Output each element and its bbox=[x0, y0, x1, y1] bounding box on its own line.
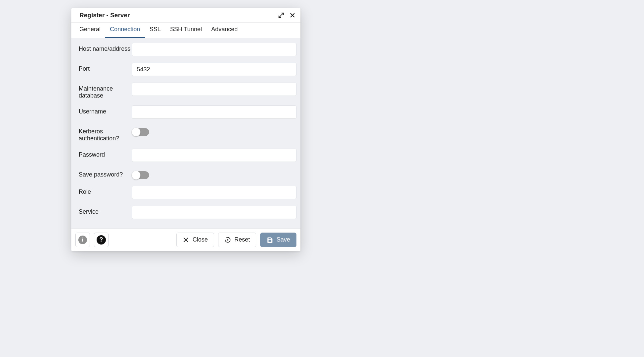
savepw-toggle[interactable] bbox=[132, 171, 149, 179]
row-host: Host name/address bbox=[79, 43, 296, 56]
save-button-label: Save bbox=[277, 236, 290, 243]
register-server-dialog: Register - Server General Connection SSL… bbox=[71, 8, 300, 251]
save-icon bbox=[267, 237, 273, 243]
label-port: Port bbox=[79, 63, 132, 72]
svg-point-0 bbox=[227, 240, 228, 241]
footer-right: Close Reset Save bbox=[176, 233, 296, 247]
label-host: Host name/address bbox=[79, 43, 132, 52]
footer-left: i ? bbox=[75, 233, 109, 247]
dialog-body: Host name/address Port Maintenance datab… bbox=[71, 38, 300, 228]
dialog-title: Register - Server bbox=[79, 12, 130, 19]
password-input[interactable] bbox=[132, 149, 296, 162]
label-role: Role bbox=[79, 186, 132, 195]
save-button[interactable]: Save bbox=[260, 233, 296, 247]
dialog-header: Register - Server bbox=[71, 8, 300, 23]
tabs: General Connection SSL SSH Tunnel Advanc… bbox=[71, 23, 300, 38]
tab-advanced[interactable]: Advanced bbox=[206, 23, 242, 38]
label-password: Password bbox=[79, 149, 132, 158]
close-button[interactable]: Close bbox=[176, 233, 214, 247]
maintdb-input[interactable] bbox=[132, 83, 296, 96]
username-input[interactable] bbox=[132, 106, 296, 119]
host-input[interactable] bbox=[132, 43, 296, 56]
row-username: Username bbox=[79, 106, 296, 119]
role-input[interactable] bbox=[132, 186, 296, 199]
label-service: Service bbox=[79, 206, 132, 215]
tab-ssh-tunnel[interactable]: SSH Tunnel bbox=[165, 23, 206, 38]
tab-ssl[interactable]: SSL bbox=[145, 23, 165, 38]
tab-connection[interactable]: Connection bbox=[105, 23, 145, 38]
reset-button-label: Reset bbox=[234, 236, 250, 243]
info-button[interactable]: i bbox=[75, 233, 90, 247]
service-input[interactable] bbox=[132, 206, 296, 219]
reset-icon bbox=[224, 237, 231, 243]
label-username: Username bbox=[79, 106, 132, 115]
dialog-header-actions bbox=[278, 12, 296, 19]
close-button-label: Close bbox=[193, 236, 208, 243]
dialog-footer: i ? Close Reset bbox=[71, 228, 300, 251]
port-input[interactable] bbox=[132, 63, 296, 76]
row-role: Role bbox=[79, 186, 296, 199]
label-savepw: Save password? bbox=[79, 169, 132, 178]
row-kerberos: Kerberos authentication? bbox=[79, 125, 296, 142]
row-password: Password bbox=[79, 149, 296, 162]
label-kerberos: Kerberos authentication? bbox=[79, 125, 132, 142]
row-savepw: Save password? bbox=[79, 169, 296, 179]
row-service: Service bbox=[79, 206, 296, 219]
expand-icon[interactable] bbox=[278, 12, 284, 19]
reset-button[interactable]: Reset bbox=[218, 233, 256, 247]
row-port: Port bbox=[79, 63, 296, 76]
row-maintdb: Maintenance database bbox=[79, 83, 296, 99]
help-icon: ? bbox=[97, 235, 106, 245]
tab-general[interactable]: General bbox=[75, 23, 105, 38]
close-icon[interactable] bbox=[289, 12, 296, 19]
close-icon bbox=[183, 237, 189, 243]
kerberos-toggle[interactable] bbox=[132, 128, 149, 136]
info-icon: i bbox=[78, 236, 87, 244]
label-maintdb: Maintenance database bbox=[79, 83, 132, 99]
help-button[interactable]: ? bbox=[94, 233, 109, 247]
